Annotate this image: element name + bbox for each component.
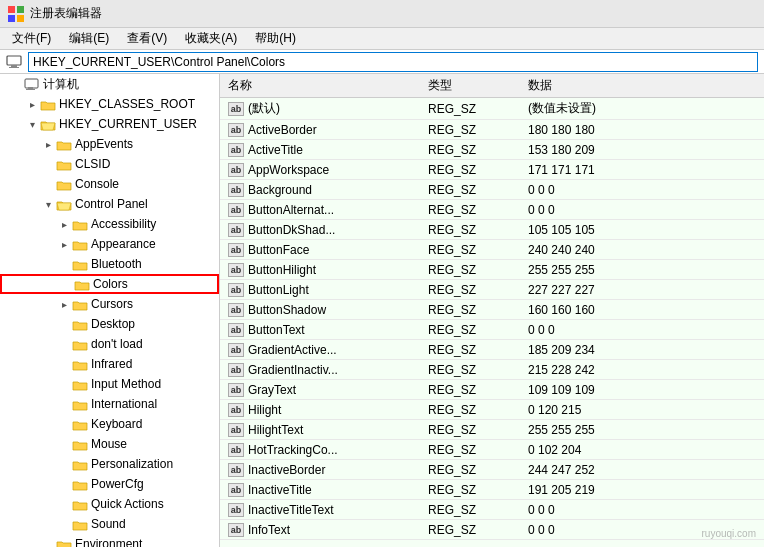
tree-label-keyboard: Keyboard [91,417,142,431]
folder-icon-accessibility [72,216,88,232]
table-row[interactable]: abInfoTextREG_SZ0 0 0 [220,520,764,540]
computer-icon [6,55,22,69]
tree-label-controlpanel: Control Panel [75,197,148,211]
cell-type-15: REG_SZ [420,400,520,420]
table-row[interactable]: abHotTrackingCo...REG_SZ0 102 204 [220,440,764,460]
cell-name-text-4: Background [248,183,312,197]
cell-data-3: 171 171 171 [520,160,764,180]
cell-name-text-9: ButtonLight [248,283,309,297]
tree-label-console: Console [75,177,119,191]
menu-item-编辑(E)[interactable]: 编辑(E) [61,28,117,49]
menu-item-文件(F)[interactable]: 文件(F) [4,28,59,49]
menu-item-收藏夹(A)[interactable]: 收藏夹(A) [177,28,245,49]
expand-icon-cursors[interactable]: ▸ [56,296,72,312]
tree-node-dontload[interactable]: don't load [0,334,219,354]
tree-node-powercfg[interactable]: PowerCfg [0,474,219,494]
table-row[interactable]: abButtonShadowREG_SZ160 160 160 [220,300,764,320]
tree-node-hkcu[interactable]: ▾HKEY_CURRENT_USER [0,114,219,134]
table-row[interactable]: abHilightTextREG_SZ255 255 255 [220,420,764,440]
tree-node-bluetooth[interactable]: Bluetooth [0,254,219,274]
tree-node-clsid[interactable]: CLSID [0,154,219,174]
table-row[interactable]: abInactiveTitleREG_SZ191 205 219 [220,480,764,500]
tree-node-computer[interactable]: 计算机 [0,74,219,94]
tree-node-appevents[interactable]: ▸AppEvents [0,134,219,154]
folder-icon-hkcu [40,116,56,132]
tree-node-international[interactable]: International [0,394,219,414]
folder-icon-inputmethod [72,376,88,392]
folder-icon-appevents [56,136,72,152]
cell-name-20: abInactiveTitleText [220,500,420,520]
table-row[interactable]: abButtonDkShad...REG_SZ105 105 105 [220,220,764,240]
expand-icon-accessibility[interactable]: ▸ [56,216,72,232]
expand-icon-controlpanel[interactable]: ▾ [40,196,56,212]
table-row[interactable]: abActiveBorderREG_SZ180 180 180 [220,120,764,140]
table-row[interactable]: abActiveTitleREG_SZ153 180 209 [220,140,764,160]
tree-node-mouse[interactable]: Mouse [0,434,219,454]
cell-name-text-15: Hilight [248,403,281,417]
table-row[interactable]: abBackgroundREG_SZ0 0 0 [220,180,764,200]
cell-type-17: REG_SZ [420,440,520,460]
table-row[interactable]: abHilightREG_SZ0 120 215 [220,400,764,420]
tree-node-accessibility[interactable]: ▸Accessibility [0,214,219,234]
table-row[interactable]: abAppWorkspaceREG_SZ171 171 171 [220,160,764,180]
menu-item-查看(V)[interactable]: 查看(V) [119,28,175,49]
tree-node-appearance[interactable]: ▸Appearance [0,234,219,254]
table-row[interactable]: abInactiveBorderREG_SZ244 247 252 [220,460,764,480]
cell-data-16: 255 255 255 [520,420,764,440]
tree-node-environment[interactable]: Environment [0,534,219,547]
cell-name-text-17: HotTrackingCo... [248,443,338,457]
table-row[interactable]: abButtonHilightREG_SZ255 255 255 [220,260,764,280]
cell-name-text-7: ButtonFace [248,243,309,257]
table-row[interactable]: abInactiveTitleTextREG_SZ0 0 0 [220,500,764,520]
cell-name-text-13: GradientInactiv... [248,363,338,377]
tree-node-sound[interactable]: Sound [0,514,219,534]
type-icon-0: ab [228,102,244,116]
expand-icon-hkcr[interactable]: ▸ [24,96,40,112]
tree-node-keyboard[interactable]: Keyboard [0,414,219,434]
table-row[interactable]: abButtonTextREG_SZ0 0 0 [220,320,764,340]
menu-item-帮助(H)[interactable]: 帮助(H) [247,28,304,49]
type-icon-12: ab [228,343,244,357]
table-row[interactable]: abGradientInactiv...REG_SZ215 228 242 [220,360,764,380]
expand-icon-appevents[interactable]: ▸ [40,136,56,152]
table-row[interactable]: abGrayTextREG_SZ109 109 109 [220,380,764,400]
tree-node-cursors[interactable]: ▸Cursors [0,294,219,314]
tree-node-infrared[interactable]: Infrared [0,354,219,374]
expand-icon-inputmethod [56,376,72,392]
expand-icon-international [56,396,72,412]
type-icon-3: ab [228,163,244,177]
main-content: 计算机▸HKEY_CLASSES_ROOT▾HKEY_CURRENT_USER▸… [0,74,764,547]
tree-node-hkcr[interactable]: ▸HKEY_CLASSES_ROOT [0,94,219,114]
cell-type-16: REG_SZ [420,420,520,440]
app-icon [8,6,24,22]
cell-type-6: REG_SZ [420,220,520,240]
table-row[interactable]: abButtonAlternat...REG_SZ0 0 0 [220,200,764,220]
tree-node-quickactions[interactable]: Quick Actions [0,494,219,514]
cell-type-7: REG_SZ [420,240,520,260]
table-row[interactable]: abButtonFaceREG_SZ240 240 240 [220,240,764,260]
cell-data-12: 185 209 234 [520,340,764,360]
tree-node-inputmethod[interactable]: Input Method [0,374,219,394]
tree-node-desktop[interactable]: Desktop [0,314,219,334]
type-icon-4: ab [228,183,244,197]
table-row[interactable]: abButtonLightREG_SZ227 227 227 [220,280,764,300]
cell-data-17: 0 102 204 [520,440,764,460]
cell-type-9: REG_SZ [420,280,520,300]
cell-name-text-20: InactiveTitleText [248,503,334,517]
tree-node-colors[interactable]: Colors [0,274,219,294]
expand-icon-hkcu[interactable]: ▾ [24,116,40,132]
tree-label-bluetooth: Bluetooth [91,257,142,271]
tree-node-controlpanel[interactable]: ▾Control Panel [0,194,219,214]
expand-icon-appearance[interactable]: ▸ [56,236,72,252]
address-path[interactable] [28,52,758,72]
table-row[interactable]: ab(默认)REG_SZ(数值未设置) [220,98,764,120]
expand-icon-environment [40,536,56,547]
cell-name-text-8: ButtonHilight [248,263,316,277]
tree-label-quickactions: Quick Actions [91,497,164,511]
table-row[interactable]: abGradientActive...REG_SZ185 209 234 [220,340,764,360]
folder-icon-international [72,396,88,412]
cell-data-14: 109 109 109 [520,380,764,400]
tree-node-personalization[interactable]: Personalization [0,454,219,474]
type-icon-13: ab [228,363,244,377]
tree-node-console[interactable]: Console [0,174,219,194]
